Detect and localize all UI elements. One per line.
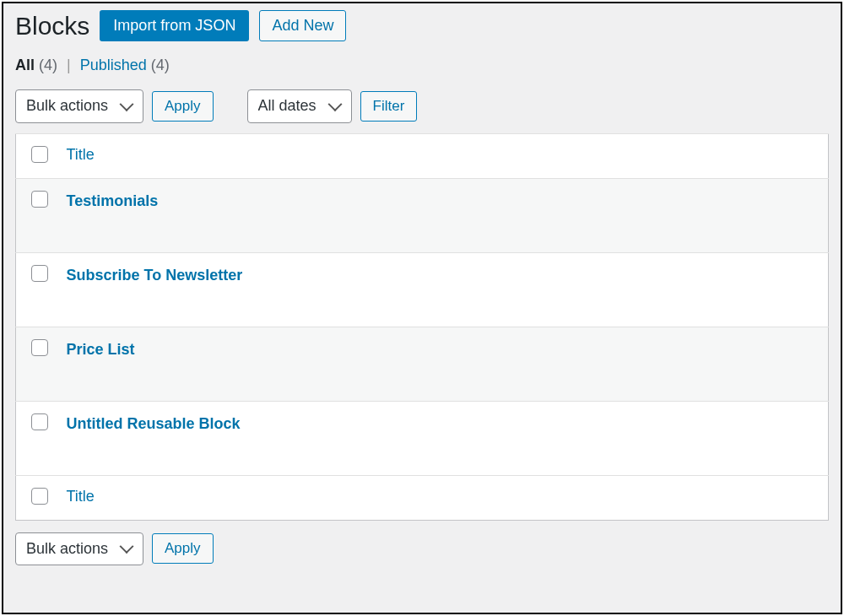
- table-row: Testimonials: [16, 178, 829, 252]
- status-filter-published-label: Published: [80, 57, 147, 73]
- row-title-cell: Subscribe To Newsletter: [58, 252, 829, 327]
- status-filter-separator: |: [67, 57, 71, 73]
- row-checkbox[interactable]: [31, 191, 48, 208]
- table-header-row: Title: [16, 133, 829, 178]
- date-filter-select[interactable]: All dates: [247, 89, 352, 123]
- column-footer-title[interactable]: Title: [58, 475, 829, 520]
- row-title-link[interactable]: Subscribe To Newsletter: [67, 267, 243, 284]
- bulk-actions-select-wrap: Bulk actions: [15, 89, 143, 123]
- row-checkbox-cell: [16, 178, 58, 252]
- bulk-apply-button[interactable]: Apply: [152, 91, 214, 122]
- top-actions-row: Bulk actions Apply All dates Filter: [15, 89, 829, 123]
- row-checkbox-cell: [16, 401, 58, 475]
- page-header: Blocks Import from JSON Add New: [15, 10, 829, 41]
- select-all-checkbox-bottom[interactable]: [31, 488, 48, 505]
- table-row: Price List: [16, 327, 829, 401]
- select-all-cell-top: [16, 133, 58, 178]
- row-checkbox[interactable]: [31, 413, 48, 430]
- bottom-actions-row: Bulk actions Apply: [15, 532, 829, 566]
- import-json-button[interactable]: Import from JSON: [100, 10, 249, 41]
- table-row: Untitled Reusable Block: [16, 401, 829, 475]
- select-all-checkbox-top[interactable]: [31, 146, 48, 163]
- row-title-link[interactable]: Untitled Reusable Block: [67, 415, 241, 432]
- status-filter-published-count: (4): [151, 57, 170, 73]
- status-filter-published[interactable]: Published (4): [80, 57, 170, 73]
- row-checkbox-cell: [16, 327, 58, 401]
- filter-button[interactable]: Filter: [360, 91, 418, 122]
- bulk-actions-select-bottom[interactable]: Bulk actions: [15, 532, 143, 566]
- status-filter-row: All (4) | Published (4): [15, 57, 829, 74]
- row-title-cell: Untitled Reusable Block: [58, 401, 829, 475]
- table-footer-row: Title: [16, 475, 829, 520]
- add-new-button[interactable]: Add New: [259, 10, 346, 41]
- bulk-actions-select[interactable]: Bulk actions: [15, 89, 143, 123]
- date-filter-select-wrap: All dates: [247, 89, 352, 123]
- select-all-cell-bottom: [16, 475, 58, 520]
- status-filter-all-label: All: [15, 57, 35, 73]
- row-checkbox[interactable]: [31, 339, 48, 356]
- status-filter-all-count: (4): [39, 57, 57, 73]
- bulk-apply-button-bottom[interactable]: Apply: [152, 533, 214, 564]
- column-header-title[interactable]: Title: [58, 133, 829, 178]
- blocks-table: Title Testimonials Subscribe To Newslett…: [15, 133, 829, 521]
- table-row: Subscribe To Newsletter: [16, 252, 829, 327]
- row-title-cell: Price List: [58, 327, 829, 401]
- page-title: Blocks: [15, 12, 89, 41]
- status-filter-all[interactable]: All (4): [15, 57, 62, 73]
- row-checkbox-cell: [16, 252, 58, 327]
- bulk-actions-select-wrap-bottom: Bulk actions: [15, 532, 143, 566]
- row-title-link[interactable]: Testimonials: [67, 192, 159, 209]
- row-title-cell: Testimonials: [58, 178, 829, 252]
- row-title-link[interactable]: Price List: [67, 341, 135, 358]
- row-checkbox[interactable]: [31, 265, 48, 282]
